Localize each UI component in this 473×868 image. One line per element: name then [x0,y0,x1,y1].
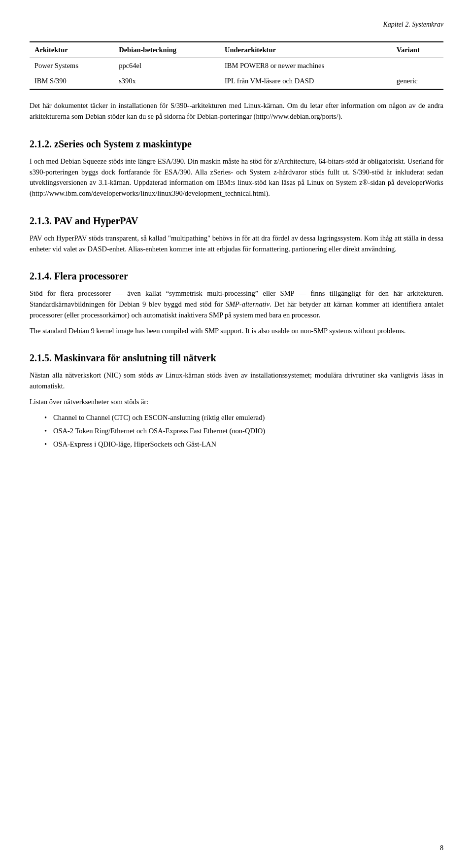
col-header-arkitektur: Arkitektur [30,42,114,58]
section-zseries-heading: 2.1.2. zSeries och System z maskintype [30,137,443,151]
processors-para2: The standard Debian 9 kernel image has b… [30,326,443,337]
architecture-table: Arkitektur Debian-beteckning Underarkite… [30,41,443,90]
zseries-para1: I och med Debian Squeeze stöds inte läng… [30,156,443,199]
cell-variant-1: generic [392,73,443,89]
cell-variant-0 [392,58,443,74]
network-list: Channel to Channel (CTC) och ESCON-anslu… [44,413,443,450]
col-header-variant: Variant [392,42,443,58]
table-row: Power Systems ppc64el IBM POWER8 or newe… [30,58,443,74]
pav-para1: PAV och HyperPAV stöds transparent, så k… [30,233,443,255]
chapter-label: Kapitel 2. Systemkrav [383,21,443,28]
cell-under-0: IBM POWER8 or newer machines [220,58,392,74]
cell-debian-1: s390x [114,73,220,89]
smp-italic: SMP-alternativ [226,300,270,308]
list-item: Channel to Channel (CTC) och ESCON-anslu… [44,413,443,423]
processors-para1: Stöd för flera processorer — även kallat… [30,288,443,320]
page-number: 8 [440,844,443,852]
section-network-heading: 2.1.5. Maskinvara för anslutning till nä… [30,351,443,365]
intro-paragraph: Det här dokumentet täcker in installatio… [30,101,443,122]
page-footer: 8 [440,843,443,853]
page-header: Kapitel 2. Systemkrav [30,20,443,30]
cell-arkitektur-0: Power Systems [30,58,114,74]
cell-arkitektur-1: IBM S/390 [30,73,114,89]
cell-debian-0: ppc64el [114,58,220,74]
col-header-debian: Debian-beteckning [114,42,220,58]
section-pav-heading: 2.1.3. PAV and HyperPAV [30,214,443,228]
list-item: OSA-Express i QDIO-läge, HiperSockets oc… [44,439,443,450]
network-para2: Listan över nätverksenheter som stöds är… [30,397,443,408]
table-row: IBM S/390 s390x IPL från VM-läsare och D… [30,73,443,89]
col-header-under: Underarkitektur [220,42,392,58]
cell-under-1: IPL från VM-läsare och DASD [220,73,392,89]
page: Kapitel 2. Systemkrav Arkitektur Debian-… [0,0,473,868]
section-processors-heading: 2.1.4. Flera processorer [30,269,443,283]
list-item: OSA-2 Token Ring/Ethernet och OSA-Expres… [44,426,443,436]
network-para1: Nästan alla nätverkskort (NIC) som stöds… [30,370,443,392]
